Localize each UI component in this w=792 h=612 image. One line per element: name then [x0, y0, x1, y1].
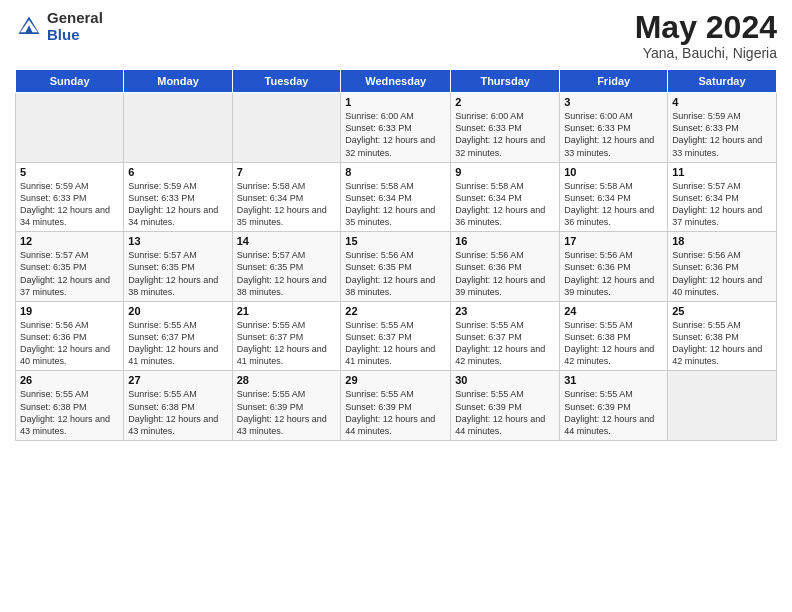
col-sunday: Sunday	[16, 70, 124, 93]
day-number: 10	[564, 166, 663, 178]
day-number: 21	[237, 305, 337, 317]
calendar-cell: 18Sunrise: 5:56 AM Sunset: 6:36 PM Dayli…	[668, 232, 777, 302]
calendar-cell	[668, 371, 777, 441]
day-number: 19	[20, 305, 119, 317]
day-info: Sunrise: 6:00 AM Sunset: 6:33 PM Dayligh…	[564, 110, 663, 159]
calendar-cell: 9Sunrise: 5:58 AM Sunset: 6:34 PM Daylig…	[451, 162, 560, 232]
day-info: Sunrise: 5:55 AM Sunset: 6:37 PM Dayligh…	[237, 319, 337, 368]
day-info: Sunrise: 5:59 AM Sunset: 6:33 PM Dayligh…	[128, 180, 227, 229]
calendar-cell: 5Sunrise: 5:59 AM Sunset: 6:33 PM Daylig…	[16, 162, 124, 232]
day-info: Sunrise: 5:55 AM Sunset: 6:39 PM Dayligh…	[564, 388, 663, 437]
calendar-cell: 19Sunrise: 5:56 AM Sunset: 6:36 PM Dayli…	[16, 301, 124, 371]
day-number: 11	[672, 166, 772, 178]
day-info: Sunrise: 5:55 AM Sunset: 6:39 PM Dayligh…	[237, 388, 337, 437]
calendar-cell: 30Sunrise: 5:55 AM Sunset: 6:39 PM Dayli…	[451, 371, 560, 441]
calendar-cell	[16, 93, 124, 163]
calendar-cell: 25Sunrise: 5:55 AM Sunset: 6:38 PM Dayli…	[668, 301, 777, 371]
day-number: 6	[128, 166, 227, 178]
day-info: Sunrise: 5:55 AM Sunset: 6:37 PM Dayligh…	[128, 319, 227, 368]
header: General Blue May 2024 Yana, Bauchi, Nige…	[15, 10, 777, 61]
calendar-cell: 21Sunrise: 5:55 AM Sunset: 6:37 PM Dayli…	[232, 301, 341, 371]
day-info: Sunrise: 5:55 AM Sunset: 6:37 PM Dayligh…	[455, 319, 555, 368]
calendar-cell: 23Sunrise: 5:55 AM Sunset: 6:37 PM Dayli…	[451, 301, 560, 371]
day-info: Sunrise: 5:58 AM Sunset: 6:34 PM Dayligh…	[345, 180, 446, 229]
calendar-header-row: Sunday Monday Tuesday Wednesday Thursday…	[16, 70, 777, 93]
col-saturday: Saturday	[668, 70, 777, 93]
calendar-cell: 6Sunrise: 5:59 AM Sunset: 6:33 PM Daylig…	[124, 162, 232, 232]
calendar-cell: 11Sunrise: 5:57 AM Sunset: 6:34 PM Dayli…	[668, 162, 777, 232]
day-number: 9	[455, 166, 555, 178]
calendar-week-4: 26Sunrise: 5:55 AM Sunset: 6:38 PM Dayli…	[16, 371, 777, 441]
calendar: Sunday Monday Tuesday Wednesday Thursday…	[15, 69, 777, 441]
calendar-cell: 14Sunrise: 5:57 AM Sunset: 6:35 PM Dayli…	[232, 232, 341, 302]
day-number: 25	[672, 305, 772, 317]
day-number: 4	[672, 96, 772, 108]
calendar-cell: 31Sunrise: 5:55 AM Sunset: 6:39 PM Dayli…	[560, 371, 668, 441]
day-number: 28	[237, 374, 337, 386]
calendar-cell: 8Sunrise: 5:58 AM Sunset: 6:34 PM Daylig…	[341, 162, 451, 232]
calendar-cell: 29Sunrise: 5:55 AM Sunset: 6:39 PM Dayli…	[341, 371, 451, 441]
logo-text: General Blue	[47, 10, 103, 43]
day-info: Sunrise: 5:55 AM Sunset: 6:39 PM Dayligh…	[345, 388, 446, 437]
day-info: Sunrise: 5:55 AM Sunset: 6:38 PM Dayligh…	[564, 319, 663, 368]
col-friday: Friday	[560, 70, 668, 93]
col-wednesday: Wednesday	[341, 70, 451, 93]
calendar-cell: 4Sunrise: 5:59 AM Sunset: 6:33 PM Daylig…	[668, 93, 777, 163]
day-number: 1	[345, 96, 446, 108]
title-block: May 2024 Yana, Bauchi, Nigeria	[635, 10, 777, 61]
calendar-cell: 2Sunrise: 6:00 AM Sunset: 6:33 PM Daylig…	[451, 93, 560, 163]
day-number: 18	[672, 235, 772, 247]
day-info: Sunrise: 6:00 AM Sunset: 6:33 PM Dayligh…	[345, 110, 446, 159]
day-info: Sunrise: 5:55 AM Sunset: 6:37 PM Dayligh…	[345, 319, 446, 368]
day-info: Sunrise: 5:58 AM Sunset: 6:34 PM Dayligh…	[564, 180, 663, 229]
day-number: 14	[237, 235, 337, 247]
logo-blue: Blue	[47, 27, 103, 44]
calendar-cell: 26Sunrise: 5:55 AM Sunset: 6:38 PM Dayli…	[16, 371, 124, 441]
day-info: Sunrise: 5:56 AM Sunset: 6:35 PM Dayligh…	[345, 249, 446, 298]
logo: General Blue	[15, 10, 103, 43]
calendar-cell	[124, 93, 232, 163]
day-info: Sunrise: 5:55 AM Sunset: 6:39 PM Dayligh…	[455, 388, 555, 437]
day-info: Sunrise: 5:56 AM Sunset: 6:36 PM Dayligh…	[20, 319, 119, 368]
col-tuesday: Tuesday	[232, 70, 341, 93]
day-number: 24	[564, 305, 663, 317]
day-info: Sunrise: 5:58 AM Sunset: 6:34 PM Dayligh…	[237, 180, 337, 229]
day-number: 16	[455, 235, 555, 247]
day-info: Sunrise: 5:59 AM Sunset: 6:33 PM Dayligh…	[672, 110, 772, 159]
title-location: Yana, Bauchi, Nigeria	[635, 45, 777, 61]
day-number: 2	[455, 96, 555, 108]
day-number: 3	[564, 96, 663, 108]
calendar-cell: 15Sunrise: 5:56 AM Sunset: 6:35 PM Dayli…	[341, 232, 451, 302]
calendar-cell: 10Sunrise: 5:58 AM Sunset: 6:34 PM Dayli…	[560, 162, 668, 232]
day-info: Sunrise: 5:55 AM Sunset: 6:38 PM Dayligh…	[128, 388, 227, 437]
day-info: Sunrise: 5:55 AM Sunset: 6:38 PM Dayligh…	[672, 319, 772, 368]
col-monday: Monday	[124, 70, 232, 93]
day-info: Sunrise: 5:56 AM Sunset: 6:36 PM Dayligh…	[564, 249, 663, 298]
day-number: 8	[345, 166, 446, 178]
logo-general: General	[47, 10, 103, 27]
day-number: 5	[20, 166, 119, 178]
day-info: Sunrise: 5:57 AM Sunset: 6:34 PM Dayligh…	[672, 180, 772, 229]
calendar-cell: 12Sunrise: 5:57 AM Sunset: 6:35 PM Dayli…	[16, 232, 124, 302]
day-info: Sunrise: 5:55 AM Sunset: 6:38 PM Dayligh…	[20, 388, 119, 437]
calendar-cell: 27Sunrise: 5:55 AM Sunset: 6:38 PM Dayli…	[124, 371, 232, 441]
calendar-cell: 16Sunrise: 5:56 AM Sunset: 6:36 PM Dayli…	[451, 232, 560, 302]
logo-icon	[15, 13, 43, 41]
day-info: Sunrise: 5:58 AM Sunset: 6:34 PM Dayligh…	[455, 180, 555, 229]
calendar-cell: 24Sunrise: 5:55 AM Sunset: 6:38 PM Dayli…	[560, 301, 668, 371]
calendar-week-1: 5Sunrise: 5:59 AM Sunset: 6:33 PM Daylig…	[16, 162, 777, 232]
col-thursday: Thursday	[451, 70, 560, 93]
page: General Blue May 2024 Yana, Bauchi, Nige…	[0, 0, 792, 612]
calendar-cell: 28Sunrise: 5:55 AM Sunset: 6:39 PM Dayli…	[232, 371, 341, 441]
day-number: 20	[128, 305, 227, 317]
day-number: 27	[128, 374, 227, 386]
day-number: 31	[564, 374, 663, 386]
day-info: Sunrise: 5:56 AM Sunset: 6:36 PM Dayligh…	[455, 249, 555, 298]
title-month: May 2024	[635, 10, 777, 45]
calendar-cell: 17Sunrise: 5:56 AM Sunset: 6:36 PM Dayli…	[560, 232, 668, 302]
calendar-cell: 1Sunrise: 6:00 AM Sunset: 6:33 PM Daylig…	[341, 93, 451, 163]
calendar-week-3: 19Sunrise: 5:56 AM Sunset: 6:36 PM Dayli…	[16, 301, 777, 371]
calendar-week-0: 1Sunrise: 6:00 AM Sunset: 6:33 PM Daylig…	[16, 93, 777, 163]
day-number: 30	[455, 374, 555, 386]
day-number: 26	[20, 374, 119, 386]
